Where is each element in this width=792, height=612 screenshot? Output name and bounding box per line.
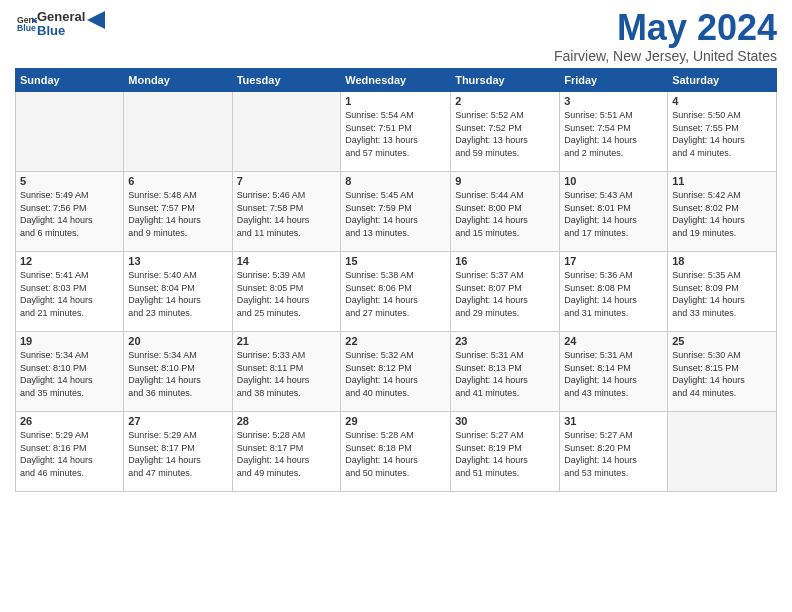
day-info-line: Sunrise: 5:52 AM (455, 109, 555, 122)
day-info-line: and 15 minutes. (455, 227, 555, 240)
calendar-cell: 31Sunrise: 5:27 AMSunset: 8:20 PMDayligh… (560, 412, 668, 492)
day-info-line: Sunrise: 5:28 AM (345, 429, 446, 442)
day-info-line: and 19 minutes. (672, 227, 772, 240)
day-info-line: Daylight: 14 hours (672, 374, 772, 387)
calendar-cell: 19Sunrise: 5:34 AMSunset: 8:10 PMDayligh… (16, 332, 124, 412)
calendar-cell: 20Sunrise: 5:34 AMSunset: 8:10 PMDayligh… (124, 332, 232, 412)
header-friday: Friday (560, 69, 668, 92)
calendar-cell: 22Sunrise: 5:32 AMSunset: 8:12 PMDayligh… (341, 332, 451, 412)
day-info-line: Sunset: 8:13 PM (455, 362, 555, 375)
page-header: General Blue General Blue May 2024 Fairv… (15, 10, 777, 64)
day-info-line: and 2 minutes. (564, 147, 663, 160)
header-sunday: Sunday (16, 69, 124, 92)
day-number: 13 (128, 255, 227, 267)
week-row-2: 5Sunrise: 5:49 AMSunset: 7:56 PMDaylight… (16, 172, 777, 252)
day-info-line: Sunrise: 5:45 AM (345, 189, 446, 202)
day-number: 24 (564, 335, 663, 347)
day-info-line: Sunset: 8:10 PM (128, 362, 227, 375)
day-info-line: Daylight: 14 hours (128, 454, 227, 467)
day-number: 20 (128, 335, 227, 347)
calendar-cell: 1Sunrise: 5:54 AMSunset: 7:51 PMDaylight… (341, 92, 451, 172)
calendar-cell: 8Sunrise: 5:45 AMSunset: 7:59 PMDaylight… (341, 172, 451, 252)
day-info-line: Daylight: 14 hours (20, 214, 119, 227)
day-info-line: and 21 minutes. (20, 307, 119, 320)
day-number: 6 (128, 175, 227, 187)
day-info-line: Sunrise: 5:32 AM (345, 349, 446, 362)
day-info-line: Sunrise: 5:31 AM (455, 349, 555, 362)
day-info-line: Daylight: 14 hours (345, 294, 446, 307)
day-info-line: Daylight: 13 hours (455, 134, 555, 147)
day-info-line: and 4 minutes. (672, 147, 772, 160)
day-info-line: Sunrise: 5:51 AM (564, 109, 663, 122)
calendar-cell: 27Sunrise: 5:29 AMSunset: 8:17 PMDayligh… (124, 412, 232, 492)
day-info-line: Sunset: 8:15 PM (672, 362, 772, 375)
day-number: 25 (672, 335, 772, 347)
day-info-line: Sunrise: 5:54 AM (345, 109, 446, 122)
day-info-line: Sunset: 8:01 PM (564, 202, 663, 215)
day-info-line: and 17 minutes. (564, 227, 663, 240)
day-number: 17 (564, 255, 663, 267)
day-info-line: Sunset: 8:18 PM (345, 442, 446, 455)
logo-blue-text: Blue (37, 24, 85, 38)
day-info-line: Sunrise: 5:29 AM (128, 429, 227, 442)
day-info-line: Sunset: 8:10 PM (20, 362, 119, 375)
day-info-line: Sunrise: 5:49 AM (20, 189, 119, 202)
day-info-line: Sunset: 8:09 PM (672, 282, 772, 295)
calendar-cell: 26Sunrise: 5:29 AMSunset: 8:16 PMDayligh… (16, 412, 124, 492)
day-number: 27 (128, 415, 227, 427)
day-info-line: and 43 minutes. (564, 387, 663, 400)
title-area: May 2024 Fairview, New Jersey, United St… (554, 10, 777, 64)
day-info-line: Daylight: 14 hours (455, 374, 555, 387)
day-info-line: Daylight: 14 hours (672, 134, 772, 147)
day-info-line: and 33 minutes. (672, 307, 772, 320)
day-info-line: Sunrise: 5:28 AM (237, 429, 337, 442)
day-info-line: and 13 minutes. (345, 227, 446, 240)
day-number: 7 (237, 175, 337, 187)
calendar-cell: 7Sunrise: 5:46 AMSunset: 7:58 PMDaylight… (232, 172, 341, 252)
day-info-line: Sunset: 8:12 PM (345, 362, 446, 375)
day-info-line: and 11 minutes. (237, 227, 337, 240)
day-info-line: Sunrise: 5:48 AM (128, 189, 227, 202)
day-info-line: Daylight: 14 hours (564, 294, 663, 307)
page-container: General Blue General Blue May 2024 Fairv… (0, 0, 792, 502)
day-info-line: Sunrise: 5:33 AM (237, 349, 337, 362)
day-number: 16 (455, 255, 555, 267)
day-info-line: and 49 minutes. (237, 467, 337, 480)
day-number: 28 (237, 415, 337, 427)
calendar-cell: 16Sunrise: 5:37 AMSunset: 8:07 PMDayligh… (451, 252, 560, 332)
day-info-line: Daylight: 14 hours (345, 374, 446, 387)
calendar-cell: 9Sunrise: 5:44 AMSunset: 8:00 PMDaylight… (451, 172, 560, 252)
calendar-cell: 3Sunrise: 5:51 AMSunset: 7:54 PMDaylight… (560, 92, 668, 172)
day-info-line: Sunset: 7:52 PM (455, 122, 555, 135)
day-number: 8 (345, 175, 446, 187)
day-info-line: and 50 minutes. (345, 467, 446, 480)
day-info-line: and 44 minutes. (672, 387, 772, 400)
day-info-line: Sunset: 8:20 PM (564, 442, 663, 455)
day-info-line: and 23 minutes. (128, 307, 227, 320)
day-info-line: and 29 minutes. (455, 307, 555, 320)
day-info-line: Sunset: 7:57 PM (128, 202, 227, 215)
day-info-line: Daylight: 14 hours (128, 214, 227, 227)
day-info-line: Sunrise: 5:38 AM (345, 269, 446, 282)
calendar-table: Sunday Monday Tuesday Wednesday Thursday… (15, 68, 777, 492)
calendar-cell (124, 92, 232, 172)
calendar-cell: 10Sunrise: 5:43 AMSunset: 8:01 PMDayligh… (560, 172, 668, 252)
day-info-line: Daylight: 14 hours (455, 214, 555, 227)
svg-text:Blue: Blue (17, 24, 36, 34)
calendar-cell: 28Sunrise: 5:28 AMSunset: 8:17 PMDayligh… (232, 412, 341, 492)
day-number: 15 (345, 255, 446, 267)
day-number: 26 (20, 415, 119, 427)
day-info-line: Sunset: 8:14 PM (564, 362, 663, 375)
day-info-line: Sunrise: 5:34 AM (20, 349, 119, 362)
day-number: 4 (672, 95, 772, 107)
day-info-line: Sunset: 7:54 PM (564, 122, 663, 135)
day-number: 21 (237, 335, 337, 347)
day-info-line: Daylight: 14 hours (564, 374, 663, 387)
calendar-header-row: Sunday Monday Tuesday Wednesday Thursday… (16, 69, 777, 92)
calendar-cell: 15Sunrise: 5:38 AMSunset: 8:06 PMDayligh… (341, 252, 451, 332)
day-info-line: Sunrise: 5:31 AM (564, 349, 663, 362)
day-info-line: Sunset: 7:51 PM (345, 122, 446, 135)
calendar-cell: 14Sunrise: 5:39 AMSunset: 8:05 PMDayligh… (232, 252, 341, 332)
day-info-line: Sunrise: 5:46 AM (237, 189, 337, 202)
day-info-line: and 9 minutes. (128, 227, 227, 240)
